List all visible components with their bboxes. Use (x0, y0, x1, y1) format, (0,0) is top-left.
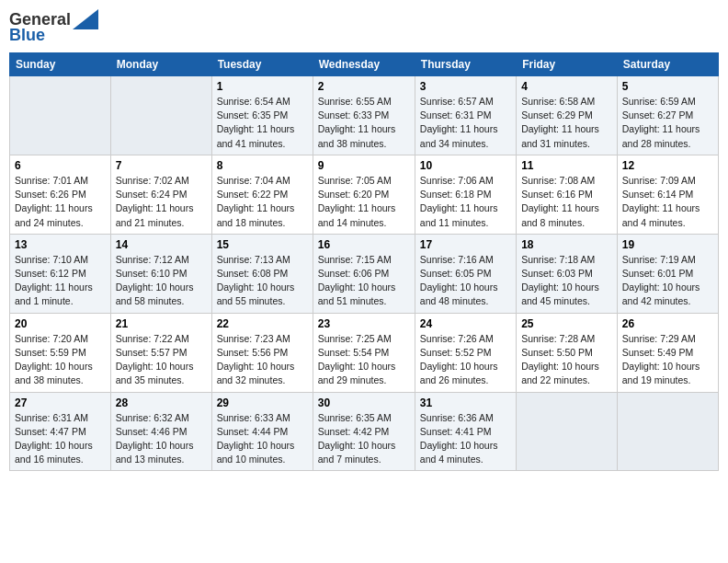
svg-marker-0 (73, 9, 98, 29)
calendar-cell: 22Sunrise: 7:23 AM Sunset: 5:56 PM Dayli… (211, 313, 313, 392)
day-info: Sunrise: 6:58 AM Sunset: 6:29 PM Dayligh… (521, 95, 612, 151)
weekday-header-sunday: Sunday (10, 53, 111, 76)
logo: General Blue (9, 9, 98, 45)
day-number: 3 (420, 80, 511, 93)
calendar-cell: 8Sunrise: 7:04 AM Sunset: 6:22 PM Daylig… (211, 155, 313, 234)
weekday-header-friday: Friday (517, 53, 618, 76)
calendar-cell: 26Sunrise: 7:29 AM Sunset: 5:49 PM Dayli… (617, 313, 718, 392)
day-number: 26 (622, 317, 713, 330)
day-number: 10 (420, 159, 511, 172)
day-info: Sunrise: 7:22 AM Sunset: 5:57 PM Dayligh… (116, 332, 207, 388)
day-number: 7 (116, 159, 207, 172)
day-info: Sunrise: 7:01 AM Sunset: 6:26 PM Dayligh… (15, 174, 106, 230)
calendar-cell: 17Sunrise: 7:16 AM Sunset: 6:05 PM Dayli… (415, 234, 516, 313)
calendar-week-2: 6Sunrise: 7:01 AM Sunset: 6:26 PM Daylig… (10, 155, 719, 234)
day-info: Sunrise: 7:04 AM Sunset: 6:22 PM Dayligh… (217, 174, 308, 230)
calendar-cell: 30Sunrise: 6:35 AM Sunset: 4:42 PM Dayli… (313, 392, 415, 471)
calendar-week-5: 27Sunrise: 6:31 AM Sunset: 4:47 PM Dayli… (10, 392, 719, 471)
weekday-header-row: SundayMondayTuesdayWednesdayThursdayFrid… (10, 53, 719, 76)
calendar-cell: 27Sunrise: 6:31 AM Sunset: 4:47 PM Dayli… (10, 392, 111, 471)
calendar-cell: 31Sunrise: 6:36 AM Sunset: 4:41 PM Dayli… (415, 392, 516, 471)
day-info: Sunrise: 7:20 AM Sunset: 5:59 PM Dayligh… (15, 332, 106, 388)
calendar-cell: 24Sunrise: 7:26 AM Sunset: 5:52 PM Dayli… (415, 313, 516, 392)
calendar-cell: 9Sunrise: 7:05 AM Sunset: 6:20 PM Daylig… (313, 155, 415, 234)
day-info: Sunrise: 6:54 AM Sunset: 6:35 PM Dayligh… (217, 95, 308, 151)
calendar-cell: 28Sunrise: 6:32 AM Sunset: 4:46 PM Dayli… (110, 392, 211, 471)
day-info: Sunrise: 6:35 AM Sunset: 4:42 PM Dayligh… (318, 411, 410, 467)
day-number: 22 (217, 317, 308, 330)
calendar-cell: 23Sunrise: 7:25 AM Sunset: 5:54 PM Dayli… (313, 313, 415, 392)
calendar-cell: 6Sunrise: 7:01 AM Sunset: 6:26 PM Daylig… (10, 155, 111, 234)
calendar-cell: 1Sunrise: 6:54 AM Sunset: 6:35 PM Daylig… (211, 76, 313, 155)
calendar-cell: 21Sunrise: 7:22 AM Sunset: 5:57 PM Dayli… (110, 313, 211, 392)
calendar-cell: 16Sunrise: 7:15 AM Sunset: 6:06 PM Dayli… (313, 234, 415, 313)
calendar-week-4: 20Sunrise: 7:20 AM Sunset: 5:59 PM Dayli… (10, 313, 719, 392)
day-number: 21 (116, 317, 207, 330)
day-number: 6 (15, 159, 106, 172)
weekday-header-tuesday: Tuesday (211, 53, 313, 76)
day-number: 15 (217, 238, 308, 251)
day-info: Sunrise: 7:29 AM Sunset: 5:49 PM Dayligh… (622, 332, 713, 388)
day-number: 8 (217, 159, 308, 172)
day-info: Sunrise: 7:19 AM Sunset: 6:01 PM Dayligh… (622, 253, 713, 309)
day-number: 9 (318, 159, 410, 172)
day-number: 14 (116, 238, 207, 251)
day-info: Sunrise: 6:31 AM Sunset: 4:47 PM Dayligh… (15, 411, 106, 467)
calendar-week-1: 1Sunrise: 6:54 AM Sunset: 6:35 PM Daylig… (10, 76, 719, 155)
calendar-cell: 7Sunrise: 7:02 AM Sunset: 6:24 PM Daylig… (110, 155, 211, 234)
day-info: Sunrise: 7:28 AM Sunset: 5:50 PM Dayligh… (521, 332, 612, 388)
day-info: Sunrise: 6:59 AM Sunset: 6:27 PM Dayligh… (622, 95, 713, 151)
day-info: Sunrise: 7:02 AM Sunset: 6:24 PM Dayligh… (116, 174, 207, 230)
day-number: 24 (420, 317, 511, 330)
weekday-header-monday: Monday (110, 53, 211, 76)
day-info: Sunrise: 7:16 AM Sunset: 6:05 PM Dayligh… (420, 253, 511, 309)
weekday-header-thursday: Thursday (415, 53, 516, 76)
day-info: Sunrise: 7:08 AM Sunset: 6:16 PM Dayligh… (521, 174, 612, 230)
day-info: Sunrise: 7:12 AM Sunset: 6:10 PM Dayligh… (116, 253, 207, 309)
calendar-cell (10, 76, 111, 155)
calendar-week-3: 13Sunrise: 7:10 AM Sunset: 6:12 PM Dayli… (10, 234, 719, 313)
day-number: 5 (622, 80, 713, 93)
calendar-cell: 5Sunrise: 6:59 AM Sunset: 6:27 PM Daylig… (617, 76, 718, 155)
day-number: 1 (217, 80, 308, 93)
weekday-header-saturday: Saturday (617, 53, 718, 76)
day-info: Sunrise: 7:26 AM Sunset: 5:52 PM Dayligh… (420, 332, 511, 388)
logo-icon (73, 9, 98, 29)
day-number: 11 (521, 159, 612, 172)
day-info: Sunrise: 7:05 AM Sunset: 6:20 PM Dayligh… (318, 174, 410, 230)
calendar-cell: 29Sunrise: 6:33 AM Sunset: 4:44 PM Dayli… (211, 392, 313, 471)
day-info: Sunrise: 7:25 AM Sunset: 5:54 PM Dayligh… (318, 332, 410, 388)
calendar-cell: 15Sunrise: 7:13 AM Sunset: 6:08 PM Dayli… (211, 234, 313, 313)
day-info: Sunrise: 6:55 AM Sunset: 6:33 PM Dayligh… (318, 95, 410, 151)
day-number: 17 (420, 238, 511, 251)
day-info: Sunrise: 7:13 AM Sunset: 6:08 PM Dayligh… (217, 253, 308, 309)
day-number: 31 (420, 396, 511, 409)
calendar-cell: 19Sunrise: 7:19 AM Sunset: 6:01 PM Dayli… (617, 234, 718, 313)
day-number: 19 (622, 238, 713, 251)
day-number: 27 (15, 396, 106, 409)
calendar-cell: 11Sunrise: 7:08 AM Sunset: 6:16 PM Dayli… (517, 155, 618, 234)
calendar-cell: 4Sunrise: 6:58 AM Sunset: 6:29 PM Daylig… (517, 76, 618, 155)
day-number: 23 (318, 317, 410, 330)
calendar-cell: 18Sunrise: 7:18 AM Sunset: 6:03 PM Dayli… (517, 234, 618, 313)
calendar-cell: 25Sunrise: 7:28 AM Sunset: 5:50 PM Dayli… (517, 313, 618, 392)
day-number: 20 (15, 317, 106, 330)
day-info: Sunrise: 6:33 AM Sunset: 4:44 PM Dayligh… (217, 411, 308, 467)
day-number: 18 (521, 238, 612, 251)
calendar-cell: 3Sunrise: 6:57 AM Sunset: 6:31 PM Daylig… (415, 76, 516, 155)
day-number: 29 (217, 396, 308, 409)
day-info: Sunrise: 6:57 AM Sunset: 6:31 PM Dayligh… (420, 95, 511, 151)
day-number: 12 (622, 159, 713, 172)
logo-blue: Blue (9, 26, 45, 45)
day-info: Sunrise: 7:09 AM Sunset: 6:14 PM Dayligh… (622, 174, 713, 230)
day-info: Sunrise: 7:06 AM Sunset: 6:18 PM Dayligh… (420, 174, 511, 230)
calendar-cell: 12Sunrise: 7:09 AM Sunset: 6:14 PM Dayli… (617, 155, 718, 234)
calendar-cell (617, 392, 718, 471)
day-info: Sunrise: 6:32 AM Sunset: 4:46 PM Dayligh… (116, 411, 207, 467)
day-info: Sunrise: 6:36 AM Sunset: 4:41 PM Dayligh… (420, 411, 511, 467)
weekday-header-wednesday: Wednesday (313, 53, 415, 76)
day-number: 2 (318, 80, 410, 93)
day-info: Sunrise: 7:15 AM Sunset: 6:06 PM Dayligh… (318, 253, 410, 309)
calendar-table: SundayMondayTuesdayWednesdayThursdayFrid… (9, 52, 719, 471)
calendar-cell: 20Sunrise: 7:20 AM Sunset: 5:59 PM Dayli… (10, 313, 111, 392)
